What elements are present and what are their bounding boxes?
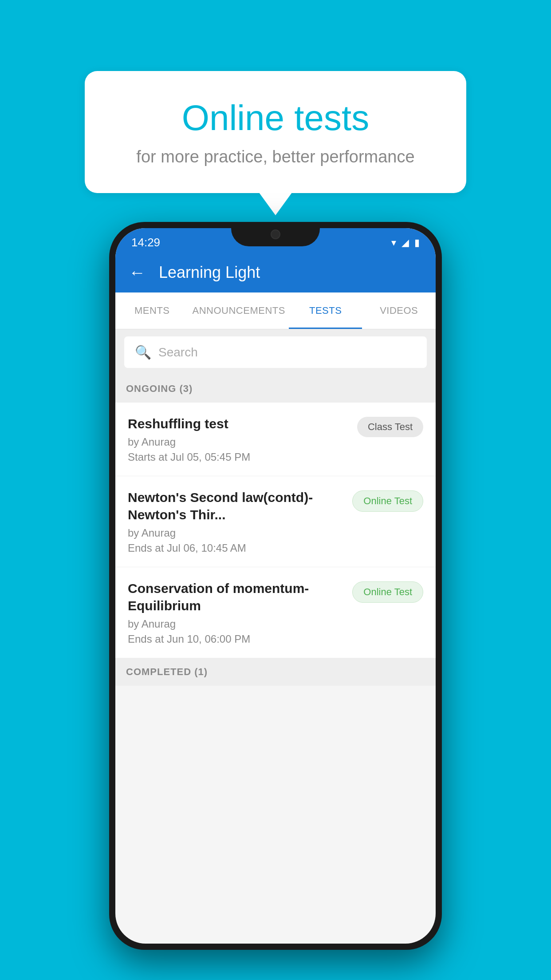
test-name-3: Conservation of momentum-Equilibrium: [128, 580, 343, 614]
test-by-1: by Anurag: [128, 436, 348, 448]
test-badge-3: Online Test: [352, 581, 423, 603]
wifi-icon: ▾: [391, 237, 396, 249]
search-input[interactable]: Search: [158, 345, 198, 360]
status-time: 14:29: [131, 236, 160, 249]
test-info-1: Reshuffling test by Anurag Starts at Jul…: [128, 415, 357, 463]
app-title: Learning Light: [159, 263, 260, 282]
test-item-2[interactable]: Newton's Second law(contd)-Newton's Thir…: [115, 476, 436, 567]
tabs-container: MENTS ANNOUNCEMENTS TESTS VIDEOS: [115, 292, 436, 329]
tab-announcements[interactable]: ANNOUNCEMENTS: [189, 292, 289, 329]
tests-list: Reshuffling test by Anurag Starts at Jul…: [115, 403, 436, 658]
completed-label: COMPLETED (1): [126, 666, 208, 677]
phone-mockup: 14:29 ▾ ◢ ▮ ← Learning Light MENTS ANNOU…: [109, 222, 442, 950]
bubble-title: Online tests: [120, 98, 431, 138]
app-header: ← Learning Light: [115, 253, 436, 292]
test-info-3: Conservation of momentum-Equilibrium by …: [128, 580, 352, 645]
search-icon: 🔍: [135, 344, 151, 360]
ongoing-section-header: ONGOING (3): [115, 375, 436, 403]
ongoing-label: ONGOING (3): [126, 383, 193, 394]
phone-screen: 14:29 ▾ ◢ ▮ ← Learning Light MENTS ANNOU…: [115, 228, 436, 944]
status-icons: ▾ ◢ ▮: [391, 237, 420, 249]
back-button[interactable]: ←: [129, 263, 146, 282]
phone-frame: 14:29 ▾ ◢ ▮ ← Learning Light MENTS ANNOU…: [109, 222, 442, 950]
search-input-wrapper[interactable]: 🔍 Search: [124, 336, 427, 368]
test-by-3: by Anurag: [128, 618, 343, 630]
test-item-3[interactable]: Conservation of momentum-Equilibrium by …: [115, 567, 436, 658]
phone-notch: [231, 222, 320, 246]
tab-videos[interactable]: VIDEOS: [362, 292, 436, 329]
test-item-1[interactable]: Reshuffling test by Anurag Starts at Jul…: [115, 403, 436, 476]
tab-ments[interactable]: MENTS: [115, 292, 189, 329]
test-info-2: Newton's Second law(contd)-Newton's Thir…: [128, 489, 352, 554]
test-badge-1: Class Test: [357, 417, 423, 437]
test-date-3: Ends at Jun 10, 06:00 PM: [128, 633, 343, 645]
signal-icon: ◢: [401, 237, 409, 249]
bubble-subtitle: for more practice, better performance: [120, 147, 431, 166]
test-badge-2: Online Test: [352, 490, 423, 512]
hero-section: Online tests for more practice, better p…: [0, 0, 551, 193]
test-name-2: Newton's Second law(contd)-Newton's Thir…: [128, 489, 343, 523]
test-name-1: Reshuffling test: [128, 415, 348, 432]
battery-icon: ▮: [414, 237, 420, 249]
test-by-2: by Anurag: [128, 527, 343, 539]
test-date-2: Ends at Jul 06, 10:45 AM: [128, 542, 343, 554]
test-date-1: Starts at Jul 05, 05:45 PM: [128, 451, 348, 463]
front-camera: [271, 229, 280, 239]
speech-bubble: Online tests for more practice, better p…: [85, 71, 466, 193]
tab-tests[interactable]: TESTS: [289, 292, 362, 329]
search-container: 🔍 Search: [115, 329, 436, 375]
completed-section-header: COMPLETED (1): [115, 658, 436, 686]
